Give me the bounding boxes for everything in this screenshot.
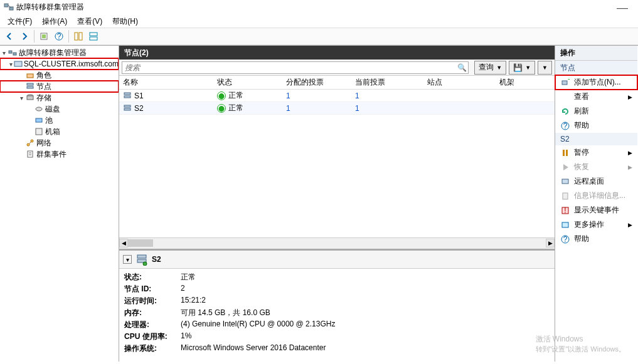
k-cpuuse: CPU 使用率: bbox=[124, 331, 181, 343]
v-cpu: (4) Genuine Intel(R) CPU @ 0000 @ 2.13GH… bbox=[181, 319, 339, 331]
server-icon bbox=[136, 253, 148, 266]
toolbar-btn-4[interactable] bbox=[87, 29, 100, 43]
col-name[interactable]: 名称 bbox=[119, 76, 213, 89]
svg-rect-13 bbox=[14, 61, 22, 66]
svg-rect-9 bbox=[90, 33, 97, 36]
svg-point-19 bbox=[36, 107, 42, 111]
search-input[interactable] bbox=[122, 61, 469, 74]
scroll-thumb[interactable] bbox=[128, 239, 153, 247]
tree-root[interactable]: ▾ 故障转移群集管理器 bbox=[0, 47, 119, 58]
action-group-node: S2 bbox=[555, 133, 637, 145]
status-ok-icon: ⬤ bbox=[217, 104, 226, 113]
tree-nodes-label: 节点 bbox=[36, 81, 51, 92]
menu-action[interactable]: 操作(A) bbox=[37, 15, 72, 26]
toolbar: ? bbox=[0, 28, 638, 45]
svg-rect-11 bbox=[9, 51, 12, 53]
nav-back-button[interactable] bbox=[3, 29, 16, 43]
table-row[interactable]: S2 ⬤正常 1 1 bbox=[119, 102, 555, 115]
svg-rect-0 bbox=[4, 4, 8, 7]
v-os: Microsoft Windows Server 2016 Datacenter bbox=[181, 343, 339, 355]
col-site[interactable]: 站点 bbox=[423, 76, 496, 89]
tree-roles[interactable]: 角色 bbox=[0, 70, 119, 81]
row-vote2: 1 bbox=[351, 103, 423, 114]
save-dropdown[interactable]: 💾▼ bbox=[509, 61, 535, 75]
minimize-button[interactable]: — bbox=[617, 1, 628, 14]
action-critical[interactable]: !显示关键事件 bbox=[555, 203, 637, 217]
tree-nodes[interactable]: 节点 bbox=[0, 81, 119, 92]
roles-icon bbox=[25, 70, 35, 80]
grid-header: 名称 状态 分配的投票 当前投票 站点 机架 bbox=[119, 76, 555, 90]
action-help2[interactable]: ?帮助 bbox=[555, 232, 637, 246]
menubar: 文件(F) 操作(A) 查看(V) 帮助(H) bbox=[0, 14, 638, 28]
menu-file[interactable]: 文件(F) bbox=[3, 15, 37, 26]
v-cpuuse: 1% bbox=[181, 331, 339, 343]
action-remote[interactable]: 远程桌面 bbox=[555, 174, 637, 189]
k-os: 操作系统: bbox=[124, 343, 181, 355]
action-add-node[interactable]: +添加节点(N)... bbox=[555, 75, 637, 90]
svg-point-34 bbox=[143, 262, 147, 266]
tree-enclosures-label: 机箱 bbox=[45, 127, 60, 137]
menu-help[interactable]: 帮助(H) bbox=[107, 15, 143, 26]
tree-networks[interactable]: 网络 bbox=[0, 137, 119, 148]
col-rack[interactable]: 机架 bbox=[496, 76, 546, 89]
action-refresh[interactable]: 刷新 bbox=[555, 104, 637, 118]
detail-node-name: S2 bbox=[152, 255, 161, 264]
remote-icon bbox=[560, 177, 570, 187]
detail-table: 状态:正常 节点 ID:2 运行时间:15:21:2 内存:可用 14.5 GB… bbox=[124, 271, 339, 355]
k-state: 状态: bbox=[124, 271, 181, 283]
expand-icon[interactable]: ▾ bbox=[9, 61, 14, 68]
tree-root-label: 故障转移群集管理器 bbox=[19, 48, 87, 58]
svg-rect-41 bbox=[562, 179, 568, 184]
tree-events-label: 群集事件 bbox=[36, 149, 66, 160]
col-state[interactable]: 状态 bbox=[213, 76, 282, 89]
svg-rect-28 bbox=[124, 93, 130, 95]
svg-rect-40 bbox=[566, 150, 568, 156]
tree-cluster-label: SQL-CLUSTER.ixmsoft.com bbox=[24, 60, 119, 68]
toolbar-btn-1[interactable] bbox=[37, 29, 51, 43]
search-icon[interactable]: 🔍 bbox=[457, 63, 467, 72]
tree-cluster[interactable]: ▾ SQL-CLUSTER.ixmsoft.com bbox=[0, 58, 119, 70]
tree-pools[interactable]: 池 bbox=[0, 115, 119, 126]
tree-enclosures[interactable]: 机箱 bbox=[0, 126, 119, 137]
action-view[interactable]: 查看▶ bbox=[555, 90, 637, 104]
row-name: S1 bbox=[134, 91, 144, 100]
action-help[interactable]: ?帮助 bbox=[555, 118, 637, 133]
view-icon bbox=[560, 92, 570, 102]
svg-text:?: ? bbox=[563, 122, 568, 130]
tree-storage-label: 存储 bbox=[36, 93, 51, 103]
menu-view[interactable]: 查看(V) bbox=[72, 15, 107, 26]
collapse-button[interactable]: ▾ bbox=[123, 255, 132, 264]
svg-rect-7 bbox=[75, 33, 78, 40]
action-more[interactable]: 更多操作▶ bbox=[555, 217, 637, 232]
k-id: 节点 ID: bbox=[124, 283, 181, 295]
chevron-right-icon: ▶ bbox=[628, 222, 632, 228]
tree-events[interactable]: 群集事件 bbox=[0, 148, 119, 160]
tree-storage[interactable]: ▾ 存储 bbox=[0, 92, 119, 103]
row-name: S2 bbox=[134, 104, 144, 113]
clear-dropdown[interactable]: ▼ bbox=[538, 61, 552, 75]
tree-networks-label: 网络 bbox=[36, 138, 51, 148]
critical-icon: ! bbox=[560, 205, 570, 216]
horizontal-scrollbar[interactable]: ◀ ▶ bbox=[119, 237, 555, 249]
col-vote1[interactable]: 分配的投票 bbox=[282, 76, 351, 89]
v-uptime: 15:21:2 bbox=[181, 295, 339, 307]
toolbar-btn-3[interactable] bbox=[72, 29, 85, 43]
more-icon bbox=[560, 220, 570, 230]
expand-icon[interactable]: ▾ bbox=[18, 95, 25, 101]
chevron-right-icon: ▶ bbox=[628, 164, 632, 170]
table-row[interactable]: S1 ⬤正常 1 1 bbox=[119, 90, 555, 102]
col-vote2[interactable]: 当前投票 bbox=[351, 76, 423, 89]
query-dropdown[interactable]: 查询▼ bbox=[474, 61, 506, 75]
tree-disks[interactable]: 磁盘 bbox=[0, 103, 119, 115]
svg-rect-18 bbox=[27, 96, 33, 100]
scroll-right-icon[interactable]: ▶ bbox=[546, 239, 555, 247]
expand-icon[interactable]: ▾ bbox=[0, 49, 8, 56]
svg-rect-8 bbox=[79, 33, 82, 40]
scroll-left-icon[interactable]: ◀ bbox=[119, 239, 128, 247]
action-pause[interactable]: 暂停▶ bbox=[555, 145, 637, 160]
save-icon: 💾 bbox=[513, 63, 523, 72]
storage-icon bbox=[25, 93, 35, 103]
nav-forward-button[interactable] bbox=[18, 29, 31, 43]
svg-rect-4 bbox=[42, 34, 46, 38]
toolbar-help-icon[interactable]: ? bbox=[52, 29, 66, 43]
